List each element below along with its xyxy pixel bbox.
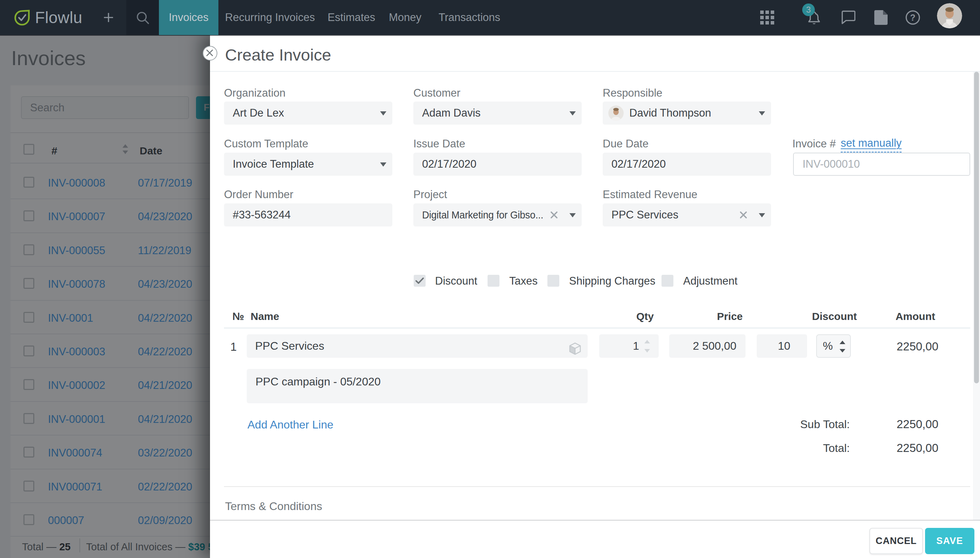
navbar: Flowlu InvoicesRecurring InvoicesEstimat… [0,0,980,35]
modal-footer: CANCEL SAVE [210,520,980,558]
chevron-down-icon [380,162,387,167]
organization-value: Art De Lex [233,107,284,119]
organization-label: Organization [224,87,285,99]
modal-title: Create Invoice [225,45,331,64]
custom-template-label: Custom Template [224,138,308,150]
notification-badge: 3 [802,3,815,16]
customer-value: Adam Davis [422,107,480,119]
terms-label: Terms & Conditions [225,500,322,513]
order-number-label: Order Number [224,188,293,201]
organization-select[interactable]: Art De Lex [224,102,392,125]
invoice-options: DiscountTaxesShipping ChargesAdjustment [210,275,980,287]
order-number-value: #33-563244 [233,208,291,221]
responsible-avatar [608,105,624,121]
total-value: 2250,00 [897,441,938,455]
items-header-divider [224,328,970,328]
product-cube-icon[interactable] [569,342,581,355]
items-header-name: Name [251,310,279,322]
item-price-input[interactable] [669,334,746,358]
clear-icon[interactable] [739,211,747,219]
help-icon[interactable]: ? [905,10,920,24]
items-header-amount: Amount [896,310,935,322]
items-header-price: Price [717,310,743,322]
custom-template-select[interactable]: Invoice Template [224,153,392,176]
subtotal-label: Sub Total: [800,418,850,431]
check-icon [415,277,424,284]
project-select[interactable]: Digital Marketing for Gibso... [413,204,582,226]
issue-date-value: 02/17/2020 [422,158,476,170]
item-name-input[interactable] [247,334,588,358]
invoice-number-label: Invoice # [792,138,836,150]
customer-label: Customer [413,87,460,99]
due-date-label: Due Date [603,138,649,150]
issue-date-input[interactable]: 02/17/2020 [413,153,582,176]
qty-stepper-icon[interactable] [644,339,650,353]
chevron-down-icon [569,213,576,217]
apps-grid-icon[interactable] [760,10,774,25]
option-checkbox-taxes[interactable] [488,275,500,287]
custom-template-value: Invoice Template [233,158,314,170]
documents-icon[interactable] [874,10,888,24]
clear-icon[interactable] [550,211,558,219]
chevron-down-icon [380,111,387,115]
responsible-select[interactable]: David Thompson [603,102,771,125]
chevron-down-icon [759,213,765,217]
chevron-down-icon [569,111,576,115]
responsible-value: David Thompson [629,107,711,119]
issue-date-label: Issue Date [413,138,465,150]
discount-unit-value: % [823,340,833,353]
notifications-bell-icon[interactable]: 3 [807,10,821,25]
terms-divider [224,486,970,487]
option-label[interactable]: Discount [435,275,477,287]
set-manually-link[interactable]: set manually [841,137,901,153]
items-header-number: № [233,310,244,322]
option-label[interactable]: Adjustment [683,275,737,287]
due-date-value: 02/17/2020 [611,158,666,170]
estimated-revenue-select[interactable]: PPC Services [603,204,771,226]
add-another-line-link[interactable]: Add Another Line [247,419,334,431]
estimated-revenue-value: PPC Services [611,208,678,221]
save-button[interactable]: SAVE [925,528,974,554]
modal-scrollbar-thumb[interactable] [974,72,979,383]
items-header-discount: Discount [812,310,857,322]
item-amount-value: 2250,00 [897,340,938,353]
option-checkbox-adjustment[interactable] [662,275,674,287]
project-value: Digital Marketing for Gibso... [422,204,543,226]
svg-text:?: ? [910,13,915,22]
spinner-arrows-icon [839,341,846,353]
close-icon[interactable] [203,46,217,61]
responsible-label: Responsible [603,87,662,99]
flowlu-app: Flowlu InvoicesRecurring InvoicesEstimat… [0,0,980,558]
order-number-input[interactable]: #33-563244 [224,204,392,226]
project-label: Project [413,188,447,201]
navbar-right: 3 ? [0,0,980,35]
item-row-number: 1 [230,340,237,354]
option-label[interactable]: Shipping Charges [569,275,655,287]
cancel-button[interactable]: CANCEL [869,528,923,554]
option-checkbox-discount[interactable] [414,275,426,287]
create-invoice-modal: Create Invoice Organization Art De Lex C… [210,35,980,558]
chevron-down-icon [759,111,765,115]
discount-unit-select[interactable]: % [816,334,851,358]
customer-select[interactable]: Adam Davis [413,102,582,125]
modal-body: Organization Art De Lex Customer Adam Da… [210,72,980,520]
user-avatar[interactable] [937,3,962,28]
estimated-revenue-label: Estimated Revenue [603,188,698,201]
modal-scrollbar-track[interactable] [973,72,980,520]
due-date-input[interactable]: 02/17/2020 [603,153,771,176]
option-label[interactable]: Taxes [509,275,538,287]
option-checkbox-shipping-charges[interactable] [547,275,559,287]
items-header-qty: Qty [636,310,654,322]
total-label: Total: [823,442,850,455]
chat-icon[interactable] [841,10,855,25]
item-description-textarea[interactable] [247,369,588,403]
invoice-number-input[interactable] [793,153,970,176]
subtotal-value: 2250,00 [897,418,938,431]
item-discount-input[interactable] [757,334,807,358]
